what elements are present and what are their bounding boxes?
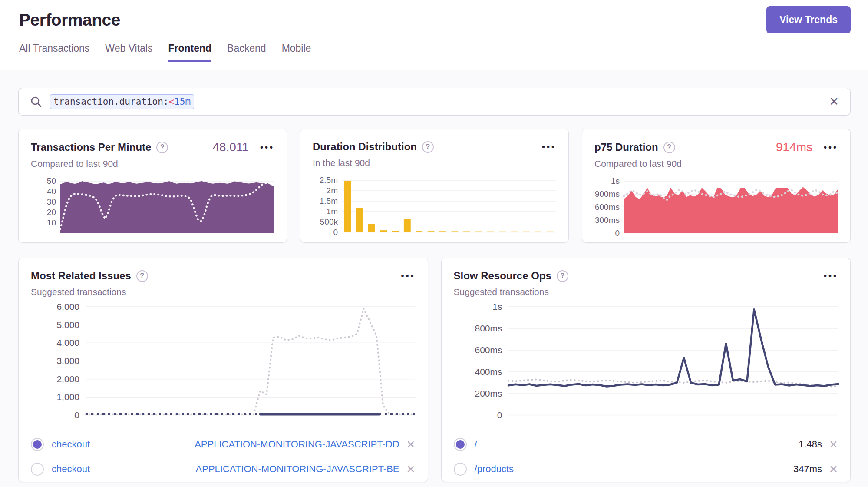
- radio-button[interactable]: [454, 463, 467, 476]
- related-issues-line-chart: [86, 307, 416, 415]
- main-content: transaction.duration:<15m Transactions P…: [0, 70, 868, 482]
- token-value: 15m: [174, 96, 191, 107]
- legend-row: checkout APPLICATION-MONITORING-JAVASCRI…: [19, 432, 428, 457]
- y-tick-label: 6,000: [56, 301, 79, 312]
- widget-row-bottom: Most Related Issues Suggested transactio…: [18, 258, 851, 482]
- card-value: 48.011: [212, 140, 249, 154]
- y-axis: 6,0005,0004,0003,0002,0001,0000: [31, 307, 79, 415]
- card-slow-resource-ops: Slow Resource Ops Suggested transactions…: [441, 258, 851, 482]
- tab-backend[interactable]: Backend: [227, 43, 266, 62]
- y-tick-label: 0: [615, 229, 620, 238]
- close-icon[interactable]: [829, 438, 838, 451]
- y-tick-label: 2.5m: [320, 176, 338, 185]
- y-tick-label: 200ms: [475, 388, 502, 399]
- y-tick-label: 0: [333, 228, 338, 237]
- y-tick-label: 1s: [492, 301, 502, 312]
- duration-histogram-chart: [342, 180, 556, 232]
- y-tick-label: 600ms: [595, 202, 620, 212]
- transaction-link[interactable]: /: [475, 439, 477, 450]
- search-icon: [30, 96, 42, 108]
- card-transactions-per-minute: Transactions Per Minute 48.011 Compared …: [18, 129, 287, 243]
- close-icon[interactable]: [406, 463, 416, 476]
- widget-row-top: Transactions Per Minute 48.011 Compared …: [18, 129, 851, 243]
- y-tick-label: 20: [47, 208, 56, 217]
- page-header: Performance View Trends All Transactions…: [0, 0, 868, 70]
- legend-row: /products 347ms: [442, 457, 851, 481]
- help-icon[interactable]: [422, 141, 434, 153]
- y-tick-label: 2,000: [56, 374, 79, 384]
- legend: checkout APPLICATION-MONITORING-JAVASCRI…: [19, 432, 428, 481]
- help-icon[interactable]: [156, 142, 168, 153]
- duration-value: 1.48s: [799, 439, 822, 450]
- token-key: transaction.duration:: [53, 96, 169, 107]
- y-tick-label: 0: [74, 410, 79, 421]
- card-subtitle: Suggested transactions: [31, 287, 416, 297]
- tab-bar: All TransactionsWeb VitalsFrontendBacken…: [0, 43, 868, 62]
- tab-all-transactions[interactable]: All Transactions: [19, 43, 89, 62]
- overflow-menu-icon[interactable]: [401, 271, 415, 281]
- overflow-menu-icon[interactable]: [260, 142, 274, 152]
- tab-frontend[interactable]: Frontend: [168, 43, 211, 62]
- y-axis: 1s900ms600ms300ms0: [594, 181, 620, 233]
- p75-area-chart: [624, 181, 838, 233]
- close-icon[interactable]: [406, 438, 416, 451]
- card-subtitle: Suggested transactions: [454, 287, 838, 297]
- duration-value: 347ms: [793, 464, 822, 475]
- y-tick-label: 1.5m: [320, 196, 338, 206]
- card-title: Most Related Issues: [31, 269, 131, 282]
- card-value: 914ms: [776, 140, 812, 154]
- y-tick-label: 40: [47, 187, 56, 196]
- search-filter-token[interactable]: transaction.duration:<15m: [50, 94, 194, 109]
- tab-mobile[interactable]: Mobile: [282, 43, 311, 62]
- y-axis: 2.5m2m1.5m1m500k0: [313, 180, 338, 232]
- card-subtitle: Compared to last 90d: [594, 159, 838, 169]
- search-clear-icon[interactable]: [829, 95, 839, 109]
- card-title: p75 Duration: [594, 141, 658, 154]
- tab-web-vitals[interactable]: Web Vitals: [105, 43, 152, 62]
- help-icon[interactable]: [663, 142, 675, 153]
- card-title: Slow Resource Ops: [454, 269, 551, 282]
- y-tick-label: 900ms: [595, 189, 620, 199]
- y-tick-label: 600ms: [475, 345, 502, 355]
- overflow-menu-icon[interactable]: [824, 142, 838, 152]
- overflow-menu-icon[interactable]: [542, 142, 556, 152]
- y-tick-label: 0: [497, 410, 502, 421]
- card-most-related-issues: Most Related Issues Suggested transactio…: [18, 258, 428, 482]
- card-subtitle: In the last 90d: [313, 158, 556, 168]
- y-tick-label: 3,000: [56, 356, 79, 366]
- slow-resource-line-chart: [508, 307, 838, 415]
- y-tick-label: 2m: [327, 186, 338, 195]
- y-tick-label: 1m: [327, 207, 338, 216]
- token-operator: <: [169, 96, 175, 107]
- radio-button[interactable]: [31, 438, 44, 451]
- transaction-link[interactable]: checkout: [52, 439, 90, 450]
- radio-button[interactable]: [31, 463, 44, 476]
- legend-row: checkout APPLICATION-MONITORING-JAVASCRI…: [19, 457, 428, 481]
- issue-id-link[interactable]: APPLICATION-MONITORING-JAVASCRIPT-DD: [195, 439, 399, 450]
- close-icon[interactable]: [829, 463, 838, 476]
- card-subtitle: Compared to last 90d: [31, 159, 274, 169]
- y-tick-label: 30: [47, 197, 56, 207]
- transaction-link[interactable]: /products: [475, 464, 514, 475]
- help-icon[interactable]: [136, 270, 148, 282]
- overflow-menu-icon[interactable]: [824, 271, 838, 281]
- card-p75-duration: p75 Duration 914ms Compared to last 90d …: [582, 129, 851, 243]
- y-tick-label: 300ms: [595, 215, 620, 225]
- search-bar[interactable]: transaction.duration:<15m: [18, 88, 851, 116]
- y-tick-label: 50: [47, 176, 56, 186]
- help-icon[interactable]: [557, 270, 568, 282]
- view-trends-button[interactable]: View Trends: [766, 6, 851, 33]
- y-axis: 1s800ms600ms400ms200ms0: [454, 307, 502, 415]
- y-tick-label: 1s: [611, 176, 620, 186]
- legend-row: / 1.48s: [442, 432, 851, 457]
- y-tick-label: 1,000: [56, 392, 79, 402]
- tpm-area-chart: [60, 181, 274, 233]
- issue-id-link[interactable]: APPLICATION-MONITORING-JAVASCRIPT-BE: [196, 464, 399, 475]
- transaction-link[interactable]: checkout: [52, 464, 90, 475]
- y-tick-label: 800ms: [475, 323, 502, 334]
- radio-button[interactable]: [454, 438, 467, 451]
- y-tick-label: 10: [47, 218, 56, 228]
- card-title: Transactions Per Minute: [31, 141, 151, 154]
- y-tick-label: 400ms: [475, 367, 502, 377]
- card-title: Duration Distribution: [313, 140, 417, 153]
